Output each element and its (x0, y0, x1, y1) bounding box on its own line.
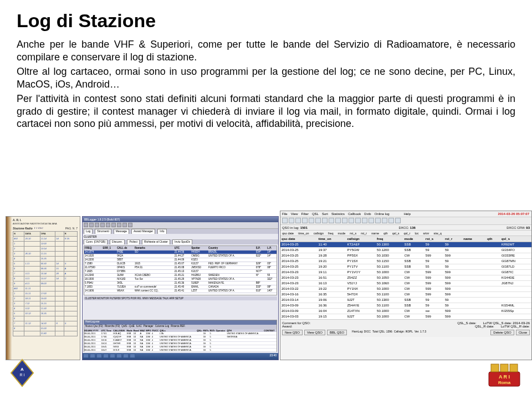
wintest-fieldrow: qso datetime_oncallsignfreqmoderst_srst_… (280, 231, 531, 236)
stazione-label: Stazione Radio (13, 227, 33, 230)
hamlog-title: HamLog.exe (84, 320, 277, 325)
menu-help[interactable]: Help (404, 211, 411, 217)
wintest-clock: 2014-03-26 05:07:07 (498, 211, 529, 217)
btn-new-qso[interactable]: New QSO (282, 330, 303, 335)
paper-log-table: NDATAORAR45023.1011.1414R 25112:00213:14… (13, 231, 78, 336)
menu-item[interactable]: Sort (322, 211, 328, 217)
cluster-title: CLUSTER (84, 235, 277, 238)
menu-item[interactable]: Callbook (348, 211, 361, 217)
wintest-bottom: Comment for QSO: QSL_S date: LoTW QSL_S … (280, 319, 531, 337)
cluster-tabs: Conn. [ON7GB]Disconn.PulisciRichieste al… (83, 239, 278, 244)
wintest-grid: qso datetime_oncallsignfreqmoderst_srst_… (280, 236, 531, 319)
ari-diamond-logo: A R I (10, 359, 34, 387)
hamlog-panel: HamLog.exe Nuovo Qso (F2)Ricerche (F3)Qs… (84, 320, 277, 352)
svg-rect-4 (491, 364, 499, 372)
paragraph-2: Oltre al log cartaceo, ormai sono in uso… (17, 65, 515, 90)
wintest-inforow: QSO in log: 1501 DXCC: 136 DXCC CFM: 93 (280, 225, 531, 231)
menu-item[interactable]: View (291, 211, 298, 217)
wintest-iconbar (280, 217, 531, 225)
bblogger-screenshot: BBLogger 1.8.2.5 (Build 807) LogStrument… (82, 216, 279, 360)
monitor-tabs: CLUSTER MONITOR FILTER30 SPOTS PIOR RG. … (84, 296, 277, 300)
arl-sub: ASSOCIAZIONE RADIOTECNICA ITALIANA (13, 222, 78, 225)
svg-text:A: A (21, 367, 24, 372)
cluster-grid: FREQERR_1CALL dxRemarksUTCSpotterCountry… (84, 245, 277, 295)
hamlog-tabs: Nuovo Qso (F2)Ricerche (F3)QslS - QslEIL… (84, 325, 277, 329)
bblogger-statusbar: 23:40 (83, 353, 278, 360)
btn-view-qso[interactable]: View QSO (304, 330, 325, 335)
svg-rect-5 (500, 364, 508, 372)
svg-rect-6 (510, 364, 518, 372)
menu-item[interactable]: Filter (301, 211, 309, 217)
wintest-screenshot: FileViewFilterQSLSortStatisticsCallbookD… (280, 211, 532, 360)
btn-delete-qso[interactable]: Delete QSO (490, 330, 514, 335)
paper-log-image: A. R. I. ASSOCIAZIONE RADIOTECNICA ITALI… (6, 216, 80, 360)
bblogger-tabs: LogStrumentiMessageAward ManagerInfo (83, 229, 278, 234)
wintest-menubar: FileViewFilterQSLSortStatisticsCallbookD… (280, 211, 531, 217)
stazione-pag: PAG. N. 7 (65, 227, 78, 230)
btn-close[interactable]: Close (516, 330, 530, 335)
svg-text:R I: R I (20, 373, 25, 377)
menu-item[interactable]: QSL (312, 211, 319, 217)
ari-roma-logo: A R I Roma (488, 363, 521, 387)
bblogger-title: BBLogger 1.8.2.5 (Build 807) (83, 217, 278, 222)
menu-item[interactable]: Online log (375, 211, 390, 217)
menu-item[interactable]: Dxtb (364, 211, 371, 217)
paragraph-3: Per l'attività in contest sono stati def… (17, 93, 515, 130)
stazione-call: I 1 CLC (34, 227, 43, 230)
bblogger-toolbar (83, 222, 278, 229)
page-title: Log di Stazione (17, 10, 515, 32)
paragraph-1: Anche per le bande VHF & Superiori, come… (17, 38, 515, 63)
svg-text:A R I: A R I (499, 374, 510, 380)
menu-item[interactable]: Statistics (331, 211, 345, 217)
menu-item[interactable]: File (282, 211, 288, 217)
svg-text:Roma: Roma (498, 380, 511, 385)
btn-bbl-qso[interactable]: BBL QSO (327, 330, 347, 335)
